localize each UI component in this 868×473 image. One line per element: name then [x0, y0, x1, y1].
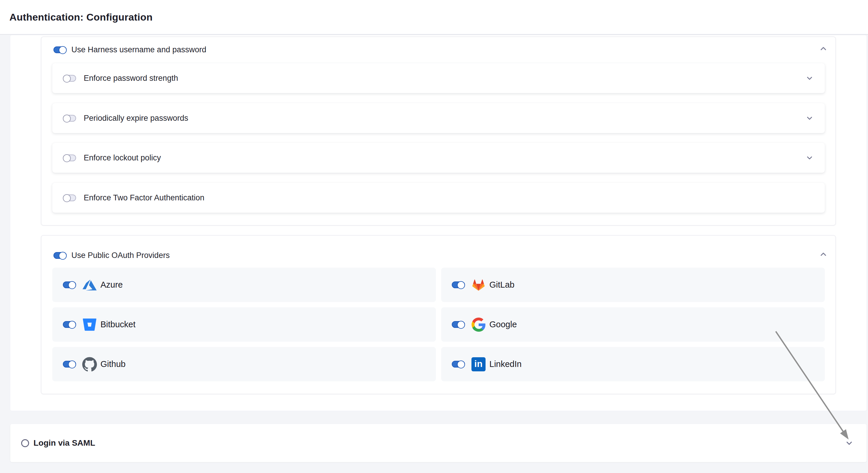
- provider-row-linkedin: in LinkedIn: [441, 347, 825, 381]
- oauth-provider-grid: Azure GitLab: [52, 267, 825, 381]
- toggle-knob: [63, 115, 71, 123]
- toggle-knob: [457, 281, 465, 289]
- card-login-via-saml[interactable]: Login via SAML: [10, 424, 867, 462]
- setting-two-factor-auth[interactable]: Enforce Two Factor Authentication: [52, 183, 825, 213]
- setting-label: Enforce password strength: [84, 74, 178, 83]
- lockout-policy-toggle[interactable]: [63, 155, 76, 161]
- page-title: Authentication: Configuration: [9, 11, 152, 23]
- username-password-label: Use Harness username and password: [71, 45, 206, 54]
- oauth-header: Use Public OAuth Providers: [54, 251, 170, 260]
- expand-chevron-icon[interactable]: [805, 74, 814, 83]
- github-icon: [82, 357, 97, 372]
- toggle-knob: [68, 321, 76, 329]
- provider-row-bitbucket: Bitbucket: [52, 307, 436, 342]
- provider-label: Azure: [100, 280, 123, 290]
- expand-chevron-icon[interactable]: [805, 114, 814, 123]
- toggle-knob: [63, 154, 71, 162]
- toggle-knob: [457, 360, 465, 369]
- setting-expire-passwords[interactable]: Periodically expire passwords: [52, 103, 825, 133]
- username-password-toggle[interactable]: [54, 46, 67, 53]
- toggle-knob: [59, 46, 67, 54]
- gitlab-icon: [471, 278, 486, 292]
- toggle-knob: [457, 321, 465, 329]
- toggle-knob: [63, 75, 71, 83]
- provider-row-gitlab: GitLab: [441, 267, 825, 302]
- expand-chevron-icon[interactable]: [805, 153, 814, 162]
- card-username-password: Use Harness username and password Enforc…: [41, 36, 836, 226]
- username-password-header: Use Harness username and password: [54, 45, 206, 54]
- bitbucket-icon: [82, 317, 97, 332]
- provider-row-github: Github: [52, 347, 436, 381]
- provider-label: Github: [100, 359, 125, 369]
- collapse-chevron-icon[interactable]: [819, 250, 828, 259]
- card-oauth-providers: Use Public OAuth Providers Azure: [41, 235, 836, 394]
- expand-chevron-icon[interactable]: [844, 438, 854, 448]
- provider-row-azure: Azure: [52, 267, 436, 302]
- expire-passwords-toggle[interactable]: [63, 115, 76, 122]
- google-icon: [471, 317, 486, 332]
- setting-label: Enforce lockout policy: [84, 153, 161, 162]
- collapse-chevron-icon[interactable]: [819, 44, 828, 54]
- setting-lockout-policy[interactable]: Enforce lockout policy: [52, 143, 825, 173]
- oauth-providers-toggle[interactable]: [54, 252, 67, 259]
- provider-label: Google: [489, 320, 517, 329]
- two-factor-toggle[interactable]: [63, 194, 76, 201]
- setting-label: Enforce Two Factor Authentication: [84, 193, 205, 202]
- provider-label: GitLab: [489, 280, 514, 290]
- azure-icon: [82, 278, 97, 292]
- password-strength-toggle[interactable]: [63, 75, 76, 82]
- saml-radio[interactable]: [21, 439, 29, 447]
- bitbucket-toggle[interactable]: [63, 321, 76, 328]
- provider-label: Bitbucket: [100, 320, 135, 329]
- linkedin-icon: in: [471, 357, 486, 372]
- auth-settings-panel: Use Harness username and password Enforc…: [10, 35, 867, 411]
- toggle-knob: [63, 194, 71, 202]
- toggle-knob: [59, 252, 67, 260]
- setting-password-strength[interactable]: Enforce password strength: [52, 63, 825, 93]
- toggle-knob: [68, 360, 76, 369]
- provider-row-google: Google: [441, 307, 825, 342]
- setting-label: Periodically expire passwords: [84, 114, 188, 123]
- linkedin-toggle[interactable]: [452, 361, 465, 368]
- oauth-providers-label: Use Public OAuth Providers: [71, 251, 170, 260]
- page-header: Authentication: Configuration: [0, 0, 868, 35]
- google-toggle[interactable]: [452, 321, 465, 328]
- gitlab-toggle[interactable]: [452, 281, 465, 288]
- provider-label: LinkedIn: [489, 359, 522, 369]
- saml-label: Login via SAML: [33, 438, 95, 448]
- github-toggle[interactable]: [63, 361, 76, 368]
- azure-toggle[interactable]: [63, 281, 76, 288]
- toggle-knob: [68, 281, 76, 289]
